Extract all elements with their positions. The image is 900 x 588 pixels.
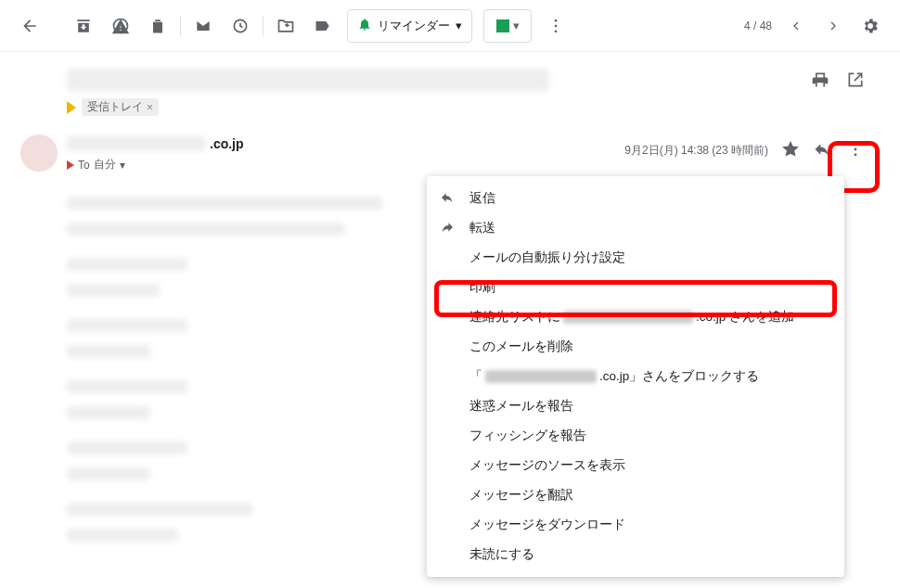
back-button[interactable] [11, 7, 48, 45]
menu-filter[interactable]: メールの自動振り分け設定 [427, 243, 844, 273]
separator [180, 16, 181, 36]
svg-point-7 [855, 143, 857, 146]
menu-print-label: 印刷 [469, 279, 495, 296]
category-color-icon [496, 19, 509, 32]
archive-button[interactable] [65, 7, 102, 45]
mark-unread-button[interactable] [185, 7, 222, 45]
reply-button[interactable] [813, 140, 831, 161]
category-dropdown[interactable]: ▾ [483, 9, 532, 43]
menu-add-contact-prefix: 連絡先リストに [469, 309, 560, 326]
sender-redacted [67, 136, 206, 151]
svg-point-4 [555, 19, 558, 21]
menu-show-original[interactable]: メッセージのソースを表示 [427, 451, 844, 480]
chevron-down-icon: ▾ [456, 19, 462, 32]
menu-delete-label: このメールを削除 [469, 339, 573, 355]
subject-redacted [67, 69, 549, 91]
labels-button[interactable] [304, 7, 341, 45]
menu-mark-unread-label: 未読にする [469, 546, 534, 563]
menu-report-spam-label: 迷惑メールを報告 [469, 398, 573, 415]
bell-icon [357, 17, 372, 34]
menu-print[interactable]: 印刷 [427, 273, 844, 302]
inbox-label-text: 受信トレイ [87, 99, 143, 115]
menu-forward[interactable]: 転送 [427, 213, 844, 243]
menu-add-contact-suffix: .co.jp さんを追加 [696, 309, 794, 326]
menu-block-redacted [485, 370, 597, 383]
move-to-button[interactable] [267, 7, 304, 45]
menu-add-contact-redacted [563, 311, 693, 324]
menu-filter-label: メールの自動振り分け設定 [469, 249, 625, 266]
sender-address: .co.jp [67, 136, 244, 151]
page-count: 4 / 48 [744, 19, 772, 32]
to-self: 自分 [94, 157, 116, 173]
sender-domain-suffix: .co.jp [210, 136, 244, 151]
separator [263, 16, 264, 36]
svg-rect-2 [120, 28, 122, 30]
svg-point-6 [555, 30, 558, 32]
menu-translate-label: メッセージを翻訳 [469, 487, 573, 504]
message-actions-menu: 返信 転送 メールの自動振り分け設定 印刷 連絡先リストに .co.jp さんを… [427, 176, 844, 577]
svg-point-8 [855, 148, 857, 151]
svg-rect-1 [120, 21, 122, 26]
menu-block[interactable]: 「 .co.jp」さんをブロックする [427, 362, 844, 391]
settings-button[interactable] [852, 7, 889, 45]
menu-block-prefix: 「 [469, 368, 482, 385]
inbox-label-chip[interactable]: 受信トレイ × [82, 98, 159, 116]
delete-button[interactable] [139, 7, 176, 45]
menu-translate[interactable]: メッセージを翻訳 [427, 480, 844, 510]
reply-icon [440, 190, 455, 208]
print-button[interactable] [809, 69, 831, 91]
menu-delete[interactable]: このメールを削除 [427, 332, 844, 362]
show-details-toggle[interactable]: ▾ [120, 159, 125, 172]
svg-point-9 [855, 153, 857, 156]
svg-point-5 [555, 24, 558, 27]
more-actions-toolbar[interactable] [537, 7, 574, 45]
menu-block-suffix: .co.jp」さんをブロックする [599, 368, 759, 385]
menu-download[interactable]: メッセージをダウンロード [427, 510, 844, 540]
menu-report-phishing[interactable]: フィッシングを報告 [427, 421, 844, 451]
open-new-window-button[interactable] [844, 69, 867, 91]
recipient-flag-icon [67, 160, 74, 170]
menu-report-phishing-label: フィッシングを報告 [469, 428, 586, 444]
important-marker-icon[interactable] [67, 101, 76, 114]
menu-reply-label: 返信 [469, 190, 495, 207]
message-date: 9月2日(月) 14:38 (23 時間前) [624, 143, 768, 159]
snooze-button[interactable] [222, 7, 259, 45]
menu-add-contact[interactable]: 連絡先リストに .co.jp さんを追加 [427, 302, 844, 332]
prev-button[interactable] [778, 7, 815, 45]
star-button[interactable] [781, 140, 800, 161]
menu-forward-label: 転送 [469, 220, 495, 236]
chevron-down-icon: ▾ [513, 19, 520, 32]
to-prefix: To [78, 159, 90, 172]
menu-show-original-label: メッセージのソースを表示 [469, 457, 625, 474]
remove-label-icon[interactable]: × [147, 101, 153, 114]
menu-report-spam[interactable]: 迷惑メールを報告 [427, 391, 844, 421]
report-spam-button[interactable] [102, 7, 139, 45]
sender-avatar [20, 134, 58, 172]
forward-icon [440, 220, 455, 237]
next-button[interactable] [815, 7, 852, 45]
menu-reply[interactable]: 返信 [427, 184, 844, 213]
menu-mark-unread[interactable]: 未読にする [427, 540, 844, 569]
message-more-button[interactable] [844, 136, 867, 165]
menu-download-label: メッセージをダウンロード [469, 517, 625, 533]
reminder-label: リマインダー [378, 18, 450, 34]
reminder-dropdown[interactable]: リマインダー ▾ [347, 9, 472, 43]
